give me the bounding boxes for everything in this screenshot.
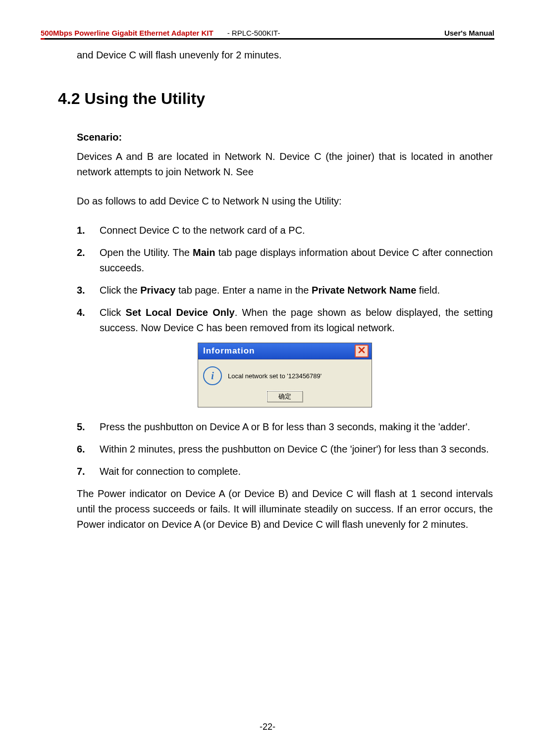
header-doc-type: User's Manual xyxy=(444,29,494,37)
close-icon xyxy=(358,346,365,356)
step-number: 6. xyxy=(77,442,85,457)
information-dialog: Information i Local network set to '1234… xyxy=(198,343,372,407)
dialog-title-text: Information xyxy=(203,346,255,356)
step-7: 7. Wait for connection to complete. xyxy=(77,464,493,479)
step-5: 5. Press the pushbutton on Device A or B… xyxy=(77,419,493,435)
steps-list: 1. Connect Device C to the network card … xyxy=(77,223,493,336)
step-text: Click the Privacy tab page. Enter a name… xyxy=(100,285,440,296)
header-product: 500Mbps Powerline Gigabit Ethernet Adapt… xyxy=(41,29,214,37)
step-text: Wait for connection to complete. xyxy=(100,466,241,477)
info-icon: i xyxy=(203,366,222,385)
page-header: 500Mbps Powerline Gigabit Ethernet Adapt… xyxy=(41,29,494,40)
scenario-text: Devices A and B are located in Network N… xyxy=(77,149,493,180)
page-content: and Device C will flash unevenly for 2 m… xyxy=(77,48,493,546)
lead-in: Do as follows to add Device C to Network… xyxy=(77,194,493,209)
step-number: 4. xyxy=(77,305,85,320)
step-number: 5. xyxy=(77,419,85,435)
ok-button[interactable]: 确定 xyxy=(267,391,303,402)
step-text: Within 2 minutes, press the pushbutton o… xyxy=(100,444,489,454)
step-text: Press the pushbutton on Device A or B fo… xyxy=(100,421,470,432)
step-number: 3. xyxy=(77,283,85,298)
page-number: -22- xyxy=(0,722,535,732)
step-6: 6. Within 2 minutes, press the pushbutto… xyxy=(77,442,493,457)
step-number: 1. xyxy=(77,223,85,238)
dialog-titlebar: Information xyxy=(198,343,372,359)
closing-paragraph: The Power indicator on Device A (or Devi… xyxy=(77,486,493,532)
step-3: 3. Click the Privacy tab page. Enter a n… xyxy=(77,283,493,298)
step-number: 7. xyxy=(77,464,85,479)
step-4: 4. Click Set Local Device Only. When the… xyxy=(77,305,493,336)
step-2: 2. Open the Utility. The Main tab page d… xyxy=(77,245,493,276)
carryover-text: and Device C will flash unevenly for 2 m… xyxy=(77,48,493,63)
step-text: Click Set Local Device Only. When the pa… xyxy=(100,307,493,333)
header-rule xyxy=(41,38,494,40)
dialog-screenshot: Information i Local network set to '1234… xyxy=(77,343,493,407)
step-text: Connect Device C to the network card of … xyxy=(100,225,305,236)
step-number: 2. xyxy=(77,245,85,260)
steps-list-continued: 5. Press the pushbutton on Device A or B… xyxy=(77,419,493,479)
step-1: 1. Connect Device C to the network card … xyxy=(77,223,493,238)
section-title: 4.2 Using the Utility xyxy=(58,90,493,108)
header-model: - RPLC-500KIT- xyxy=(227,29,280,37)
close-button[interactable] xyxy=(355,345,369,357)
dialog-message: Local network set to '123456789' xyxy=(228,372,321,380)
scenario-label: Scenario: xyxy=(77,132,493,143)
step-text: Open the Utility. The Main tab page disp… xyxy=(100,247,493,273)
